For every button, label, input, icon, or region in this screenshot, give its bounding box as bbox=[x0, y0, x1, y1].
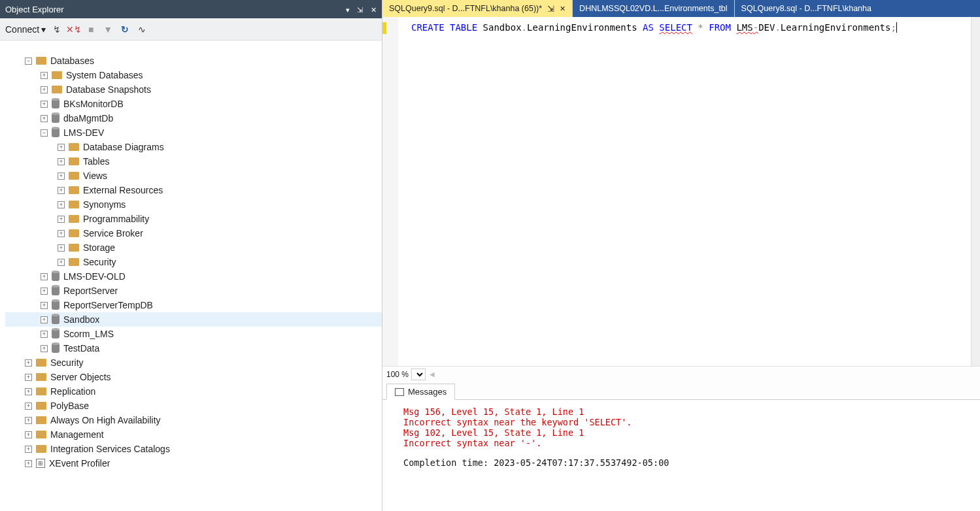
expand-icon[interactable]: + bbox=[58, 201, 65, 208]
node-lms-dev[interactable]: −LMS-DEV bbox=[5, 125, 382, 140]
node-label: System Databases bbox=[66, 70, 143, 80]
node-scorm-lms[interactable]: +Scorm_LMS bbox=[5, 327, 382, 341]
node-synonyms[interactable]: +Synonyms bbox=[5, 197, 382, 212]
node-label: Sandbox bbox=[63, 314, 99, 325]
expand-icon[interactable]: + bbox=[25, 460, 32, 467]
expand-icon[interactable]: + bbox=[41, 86, 48, 93]
collapse-icon[interactable]: − bbox=[25, 58, 32, 65]
collapse-icon[interactable]: − bbox=[41, 129, 48, 137]
node-always-on[interactable]: +Always On High Availability bbox=[5, 413, 382, 427]
zoom-select[interactable] bbox=[411, 369, 426, 380]
node-databases[interactable]: − Databases bbox=[5, 54, 382, 68]
refresh-icon[interactable]: ↻ bbox=[119, 24, 131, 35]
expand-icon[interactable]: + bbox=[58, 259, 65, 266]
messages-pane[interactable]: Msg 156, Level 15, State 1, Line 1 Incor… bbox=[382, 400, 980, 511]
expand-icon[interactable]: + bbox=[41, 115, 48, 122]
expand-icon[interactable]: + bbox=[58, 216, 65, 223]
node-security[interactable]: +Security bbox=[5, 355, 382, 370]
expand-icon[interactable]: + bbox=[25, 431, 32, 438]
expand-icon[interactable]: + bbox=[41, 302, 48, 309]
expand-icon[interactable]: + bbox=[58, 187, 65, 194]
kw-create-table: CREATE TABLE bbox=[411, 22, 477, 33]
expand-icon[interactable]: + bbox=[41, 345, 48, 352]
node-reportserver[interactable]: +ReportServer bbox=[5, 284, 382, 298]
node-lms-dev-old[interactable]: +LMS-DEV-OLD bbox=[5, 269, 382, 284]
expand-icon[interactable]: + bbox=[58, 144, 65, 151]
node-xevent-profiler[interactable]: +⊞XEvent Profiler bbox=[5, 456, 382, 470]
disconnect-all-icon[interactable]: ✕↯ bbox=[68, 24, 80, 35]
tab-close-icon[interactable]: ✕ bbox=[560, 5, 566, 13]
tab-second[interactable]: DHNLMSSQL02VD.L...Environments_tbl bbox=[573, 0, 734, 17]
expand-icon[interactable]: + bbox=[41, 288, 48, 295]
tab-active[interactable]: SQLQuery9.sql - D...FTNFL\khanha (65))* … bbox=[382, 0, 573, 17]
folder-icon bbox=[69, 258, 79, 266]
editor-gutter bbox=[382, 17, 398, 366]
panel-close-icon[interactable]: ✕ bbox=[371, 6, 377, 14]
panel-title: Object Explorer bbox=[5, 5, 341, 14]
folder-icon bbox=[52, 86, 62, 93]
expand-icon[interactable]: + bbox=[25, 446, 32, 453]
results-tab-header: Messages bbox=[382, 382, 980, 400]
node-reportservertempdb[interactable]: +ReportServerTempDB bbox=[5, 298, 382, 312]
dash: - bbox=[753, 22, 758, 33]
node-service-broker[interactable]: +Service Broker bbox=[5, 226, 382, 240]
node-label: Synonyms bbox=[83, 199, 126, 210]
node-label: Integration Services Catalogs bbox=[50, 444, 170, 454]
node-polybase[interactable]: +PolyBase bbox=[5, 399, 382, 413]
tab-pin-icon[interactable]: ⇲ bbox=[547, 4, 554, 14]
messages-tab[interactable]: Messages bbox=[386, 384, 455, 400]
node-replication[interactable]: +Replication bbox=[5, 384, 382, 399]
expand-icon[interactable]: + bbox=[25, 359, 32, 367]
node-testdata[interactable]: +TestData bbox=[5, 341, 382, 355]
expand-icon[interactable]: + bbox=[41, 316, 48, 323]
folder-icon bbox=[69, 201, 79, 208]
expand-icon[interactable]: + bbox=[58, 158, 65, 165]
node-bksmonitordb[interactable]: +BKsMonitorDB bbox=[5, 97, 382, 111]
node-integration-services[interactable]: +Integration Services Catalogs bbox=[5, 442, 382, 456]
folder-icon bbox=[69, 172, 79, 180]
node-tables[interactable]: +Tables bbox=[5, 154, 382, 169]
tab-third[interactable]: SQLQuery8.sql - D...FTNFL\khanha bbox=[735, 0, 980, 17]
expand-icon[interactable]: + bbox=[41, 273, 48, 280]
expand-icon[interactable]: + bbox=[25, 403, 32, 410]
disconnect-icon[interactable]: ↯ bbox=[51, 24, 63, 35]
node-server-objects[interactable]: +Server Objects bbox=[5, 370, 382, 384]
code-line-1[interactable]: CREATE TABLE Sandbox.LearningEnvironment… bbox=[382, 22, 980, 33]
node-sandbox[interactable]: +Sandbox bbox=[5, 312, 382, 327]
node-storage[interactable]: +Storage bbox=[5, 240, 382, 255]
node-label: ReportServer bbox=[63, 286, 118, 296]
panel-pin-icon[interactable]: ⇲ bbox=[357, 6, 363, 14]
database-icon bbox=[52, 329, 59, 338]
folder-icon bbox=[36, 373, 46, 381]
folder-icon bbox=[36, 431, 46, 438]
panel-dropdown-icon[interactable]: ▾ bbox=[346, 6, 350, 14]
node-management[interactable]: +Management bbox=[5, 427, 382, 442]
expand-icon[interactable]: + bbox=[25, 417, 32, 424]
connect-button[interactable]: Connect ▾ bbox=[5, 24, 46, 35]
node-label: Management bbox=[50, 429, 104, 440]
expand-icon[interactable]: + bbox=[25, 374, 32, 381]
node-programmability[interactable]: +Programmability bbox=[5, 212, 382, 226]
node-system-databases[interactable]: +System Databases bbox=[5, 68, 382, 82]
activity-icon[interactable]: ∿ bbox=[136, 24, 148, 35]
node-database-snapshots[interactable]: +Database Snapshots bbox=[5, 82, 382, 97]
node-views[interactable]: +Views bbox=[5, 169, 382, 183]
expand-icon[interactable]: + bbox=[41, 331, 48, 338]
folder-icon bbox=[69, 215, 79, 223]
node-external-resources[interactable]: +External Resources bbox=[5, 183, 382, 197]
sql-editor[interactable]: CREATE TABLE Sandbox.LearningEnvironment… bbox=[382, 17, 980, 366]
tree-view[interactable]: − Databases +System Databases +Database … bbox=[0, 41, 382, 511]
node-dbamgmtdb[interactable]: +dbaMgmtDb bbox=[5, 111, 382, 125]
editor-scrollbar[interactable] bbox=[971, 17, 980, 366]
expand-icon[interactable]: + bbox=[41, 72, 48, 79]
node-security-db[interactable]: +Security bbox=[5, 255, 382, 269]
expand-icon[interactable]: + bbox=[58, 173, 65, 180]
node-database-diagrams[interactable]: +Database Diagrams bbox=[5, 140, 382, 154]
expand-icon[interactable]: + bbox=[58, 244, 65, 252]
change-marker bbox=[382, 22, 386, 34]
node-label: dbaMgmtDb bbox=[63, 113, 113, 124]
database-icon bbox=[52, 114, 59, 123]
expand-icon[interactable]: + bbox=[41, 101, 48, 108]
expand-icon[interactable]: + bbox=[25, 388, 32, 395]
expand-icon[interactable]: + bbox=[58, 230, 65, 237]
